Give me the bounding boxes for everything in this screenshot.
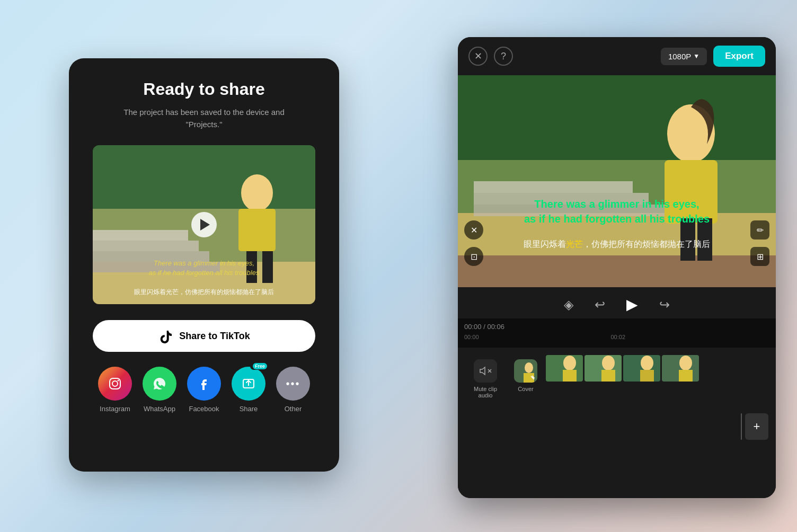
timeline-bar: 00:00 / 00:06 00:00 00:02 (458, 318, 776, 348)
editor-subtitle-chinese: 眼里闪烁着光芒，仿佛把所有的烦恼都抛在了脑后 (524, 239, 710, 250)
add-clip-area: + (739, 355, 768, 498)
crop-button[interactable]: ⊡ (464, 247, 483, 266)
thumbnail-2 (585, 355, 622, 382)
svg-rect-43 (679, 370, 693, 382)
cover-tool[interactable]: Cover (506, 355, 546, 498)
share-label: Share (240, 405, 258, 413)
social-icons-row: Instagram WhatsApp Facebook (98, 367, 310, 413)
video-preview[interactable]: There was a glimmer in his eyes,as if he… (93, 145, 315, 304)
svg-rect-3 (93, 230, 188, 241)
svg-rect-19 (458, 255, 776, 287)
share-panel: Ready to share The project has been save… (69, 58, 339, 472)
mute-audio-icon (474, 359, 497, 383)
thumbnail-3 (623, 355, 660, 382)
svg-rect-16 (458, 75, 776, 160)
edit-text-button[interactable]: ✏ (750, 220, 769, 240)
editor-video-area: There was a glimmer in his eyes,as if he… (458, 75, 776, 287)
social-whatsapp[interactable]: WhatsApp (143, 367, 176, 413)
instagram-icon (98, 367, 132, 401)
clip-separator (741, 413, 742, 440)
play-pause-button[interactable]: ▶ (626, 296, 638, 313)
timeline-markers: 00:00 00:02 (464, 334, 769, 344)
editor-subtitle-english: There was a glimmer in his eyes,as if he… (524, 197, 710, 226)
svg-point-42 (679, 356, 692, 370)
overlay-controls-left: ✕ ⊡ (464, 220, 483, 266)
svg-point-12 (112, 381, 118, 386)
header-right: 1080P ▼ Export (661, 46, 765, 67)
facebook-label: Facebook (189, 405, 219, 413)
thumbnail-1 (546, 355, 583, 382)
cover-icon (514, 359, 537, 383)
whatsapp-label: WhatsApp (144, 405, 175, 413)
video-subtitle-english: There was a glimmer in his eyes,as if he… (104, 259, 304, 278)
undo-button[interactable]: ↩ (595, 297, 605, 312)
video-editor-panel: ✕ ? 1080P ▼ Export (458, 37, 776, 498)
share-subtitle: The project has been saved to the device… (123, 107, 285, 130)
other-icon: ••• (276, 367, 310, 401)
play-button[interactable] (191, 212, 217, 237)
close-button[interactable]: ✕ (468, 47, 488, 66)
svg-point-13 (118, 380, 119, 382)
diamond-effect-button[interactable]: ◈ (564, 297, 573, 312)
resolution-button[interactable]: 1080P ▼ (661, 48, 707, 65)
svg-point-7 (241, 174, 273, 211)
whatsapp-icon (143, 367, 176, 401)
mute-audio-label: Mute clipaudio (474, 386, 497, 398)
export-button[interactable]: Export (713, 46, 765, 67)
social-other[interactable]: ••• Other (276, 367, 310, 413)
cover-label: Cover (518, 386, 533, 392)
svg-rect-20 (474, 181, 633, 193)
tiktok-icon (158, 329, 173, 343)
thumbnail-strip (546, 355, 739, 498)
share-title: Ready to share (143, 79, 264, 99)
svg-rect-0 (93, 145, 315, 209)
timeline-time: 00:00 / 00:06 (464, 323, 769, 331)
other-label: Other (285, 405, 302, 413)
svg-point-33 (563, 356, 576, 370)
share-icon: Free (232, 367, 265, 401)
social-facebook[interactable]: Facebook (187, 367, 221, 413)
share-tiktok-label: Share to TikTok (179, 331, 250, 342)
redo-button[interactable]: ↪ (659, 297, 670, 312)
facebook-icon (187, 367, 221, 401)
svg-point-39 (641, 356, 653, 370)
svg-rect-34 (563, 370, 577, 382)
editor-header: ✕ ? 1080P ▼ Export (458, 37, 776, 75)
thumbnail-4 (662, 355, 699, 382)
editor-bottom: Mute clipaudio Cover (458, 348, 776, 498)
svg-rect-8 (238, 209, 276, 251)
playback-controls: ◈ ↩ ▶ ↪ (458, 287, 776, 318)
add-clip-button[interactable]: + (745, 413, 768, 440)
social-share[interactable]: Free Share (232, 367, 265, 413)
svg-rect-4 (93, 241, 199, 251)
svg-rect-37 (601, 370, 615, 382)
overlay-controls-right: ✏ ⊞ (750, 220, 769, 266)
share-tiktok-button[interactable]: Share to TikTok (93, 320, 315, 352)
mute-audio-tool[interactable]: Mute clipaudio (465, 355, 506, 498)
help-button[interactable]: ? (494, 47, 513, 66)
social-instagram[interactable]: Instagram (98, 367, 132, 413)
instagram-label: Instagram (100, 405, 130, 413)
svg-rect-40 (640, 370, 654, 382)
resize-button[interactable]: ⊞ (750, 247, 769, 266)
close-overlay-button[interactable]: ✕ (464, 220, 483, 240)
svg-point-36 (602, 356, 615, 370)
video-subtitle-chinese: 眼里闪烁着光芒，仿佛把所有的烦恼都抛在了脑后 (134, 288, 274, 297)
svg-point-30 (525, 362, 533, 373)
